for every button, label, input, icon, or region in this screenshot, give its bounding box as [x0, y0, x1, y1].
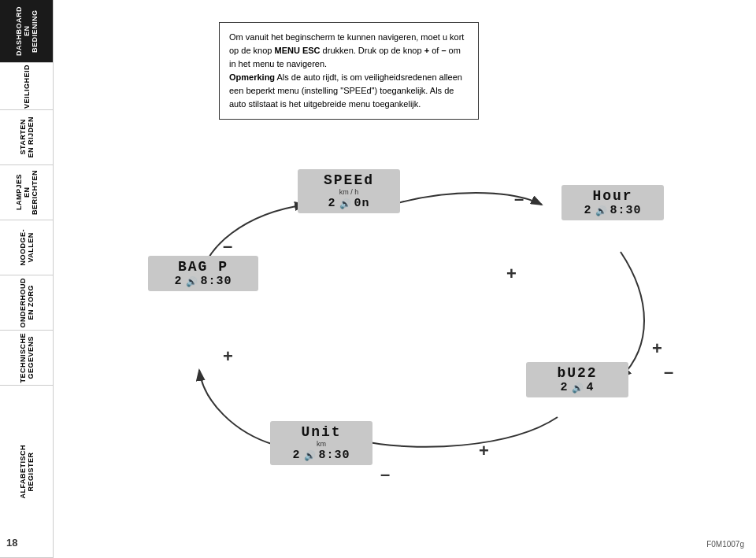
sidebar: DASHBOARDEN BEDIENING VEILIGHEID STARTEN… [0, 0, 54, 558]
sidebar-item-label: LAMPJESEN BERICHTEN [12, 164, 42, 221]
hour-num: 2 [584, 204, 591, 217]
minus-sign-2: – [664, 362, 673, 382]
unit-row: 2 🔊 8:30 [276, 449, 366, 462]
buzz-display: bU22 2 🔊 4 [526, 362, 628, 397]
hour-row: 2 🔊 8:30 [568, 204, 658, 217]
sidebar-item-label: STARTENEN RIJDEN [16, 110, 38, 164]
sidebar-item-starten[interactable]: STARTENEN RIJDEN [0, 110, 54, 165]
speed-on: 0n [354, 197, 370, 210]
bagp-display: BAG P 2 🔊 8:30 [148, 256, 258, 291]
sidebar-item-alfabetisch[interactable]: ALFABETISCHREGISTER [0, 386, 54, 558]
unit-sub: km [276, 440, 366, 448]
buzz-speaker-icon: 🔊 [572, 382, 584, 394]
main-content: Om vanuit het beginscherm te kunnen navi… [54, 0, 756, 558]
sidebar-item-technische[interactable]: TECHNISCHEGEGEVENS [0, 331, 54, 386]
buzz-val: 4 [587, 381, 595, 394]
sidebar-item-veiligheid[interactable]: VEILIGHEID [0, 63, 54, 110]
buzz-row: 2 🔊 4 [532, 381, 622, 394]
sidebar-item-label: TECHNISCHEGEGEVENS [16, 327, 38, 390]
buzz-label: bU22 [532, 365, 622, 381]
hour-time: 8:30 [610, 204, 642, 217]
unit-label: Unit [276, 424, 366, 440]
plus-sign-1: + [506, 264, 517, 284]
sidebar-item-label: DASHBOARDEN BEDIENING [12, 0, 42, 62]
plus-sign-2: + [652, 338, 662, 359]
hour-display: Hour 2 🔊 8:30 [561, 185, 664, 220]
bagp-label: BAG P [154, 259, 252, 275]
buzz-num: 2 [560, 381, 568, 394]
hour-label: Hour [568, 188, 658, 204]
unit-display: Unit km 2 🔊 8:30 [270, 421, 372, 465]
minus-sign-3: – [380, 464, 390, 485]
bagp-num: 2 [174, 275, 182, 288]
bagp-speaker-icon: 🔊 [186, 276, 198, 287]
sidebar-item-dashboard[interactable]: DASHBOARDEN BEDIENING [0, 0, 54, 63]
sidebar-item-onderhoud[interactable]: ONDERHOUDEN ZORG [0, 275, 54, 331]
speaker-icon: 🔊 [339, 198, 351, 209]
bagp-time: 8:30 [201, 275, 232, 288]
hour-speaker-icon: 🔊 [595, 205, 607, 216]
sidebar-item-lampjes[interactable]: LAMPJESEN BERICHTEN [0, 165, 54, 220]
minus-sign-4: – [223, 236, 232, 257]
plus-sign-4: + [223, 346, 233, 367]
speed-display: SPEEd km / h 2 🔊 0n [298, 169, 400, 213]
unit-speaker-icon: 🔊 [304, 450, 316, 461]
minus-sign-1: – [514, 189, 524, 209]
speed-row: 2 🔊 0n [304, 197, 394, 210]
info-text: Om vanuit het beginscherm te kunnen navi… [229, 31, 469, 111]
sidebar-item-label: ONDERHOUDEN ZORG [16, 272, 38, 334]
speed-sub: km / h [304, 188, 394, 196]
sidebar-item-label: ALFABETISCHREGISTER [16, 438, 38, 505]
bagp-row: 2 🔊 8:30 [154, 275, 252, 288]
plus-sign-3: + [479, 441, 489, 461]
unit-time: 8:30 [319, 449, 350, 462]
unit-num: 2 [292, 449, 300, 462]
sidebar-item-noodge[interactable]: NOODGE-VALLEN [0, 220, 54, 275]
sidebar-item-label: NOODGE-VALLEN [16, 223, 38, 272]
page-number: 18 [6, 537, 17, 549]
fom-code: F0M1007g [706, 540, 744, 549]
sidebar-item-label: VEILIGHEID [20, 58, 34, 115]
speed-value: 2 [328, 197, 335, 210]
info-box: Om vanuit het beginscherm te kunnen navi… [219, 22, 479, 120]
speed-label: SPEEd [304, 172, 394, 188]
